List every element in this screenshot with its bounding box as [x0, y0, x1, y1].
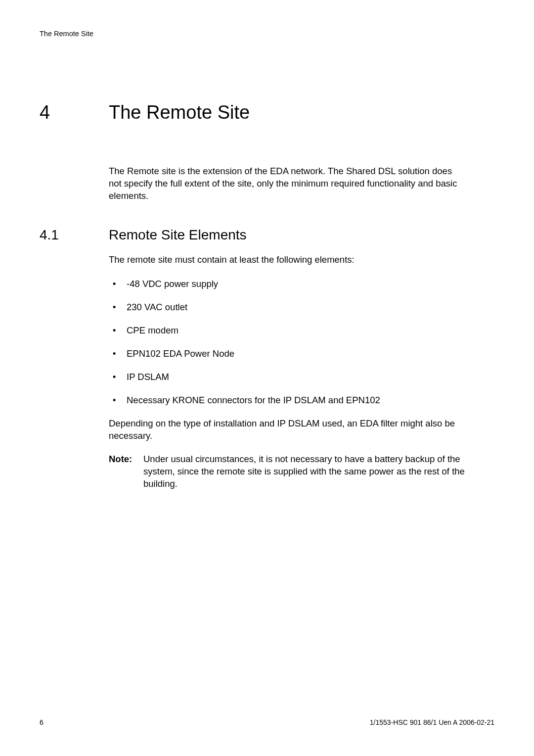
chapter-heading: 4 The Remote Site: [40, 102, 494, 123]
chapter-number: 4: [40, 102, 109, 123]
after-list-paragraph: Depending on the type of installation an…: [109, 418, 465, 442]
section-number: 4.1: [40, 227, 109, 243]
note-label: Note:: [109, 453, 143, 490]
list-item: Necessary KRONE connectors for the IP DS…: [109, 394, 465, 407]
section-intro-paragraph: The remote site must contain at least th…: [109, 254, 465, 266]
note-block: Note: Under usual circumstances, it is n…: [109, 453, 465, 490]
list-item: EPN102 EDA Power Node: [109, 348, 465, 360]
doc-reference: 1/1553-HSC 901 86/1 Uen A 2006-02-21: [370, 718, 494, 726]
bullet-list: -48 VDC power supply 230 VAC outlet CPE …: [109, 278, 465, 407]
list-item: 230 VAC outlet: [109, 301, 465, 314]
list-item: IP DSLAM: [109, 371, 465, 383]
chapter-title: The Remote Site: [109, 102, 250, 123]
page-footer: 6 1/1553-HSC 901 86/1 Uen A 2006-02-21: [40, 718, 494, 726]
chapter-intro-paragraph: The Remote site is the extension of the …: [109, 165, 465, 202]
running-header: The Remote Site: [40, 30, 494, 38]
list-item: CPE modem: [109, 325, 465, 337]
section-title: Remote Site Elements: [109, 227, 247, 243]
note-body: Under usual circumstances, it is not nec…: [143, 453, 465, 490]
section-heading: 4.1 Remote Site Elements: [40, 227, 494, 243]
list-item: -48 VDC power supply: [109, 278, 465, 290]
page-number: 6: [40, 718, 44, 726]
